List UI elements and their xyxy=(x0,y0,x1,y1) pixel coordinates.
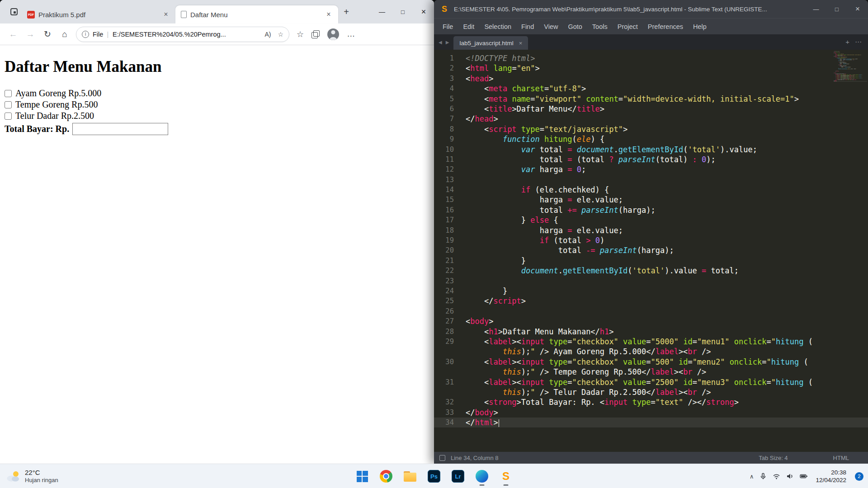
code-line-34[interactable]: 34</html> xyxy=(434,418,868,427)
tab-scroll-right-icon[interactable]: ▶ xyxy=(446,40,449,45)
code-line-30[interactable]: 30 <label><input type="checkbox" value="… xyxy=(434,357,868,367)
info-icon[interactable]: i xyxy=(82,31,89,38)
code-line-7[interactable]: 7</head> xyxy=(434,114,868,124)
lightroom-taskbar-button[interactable]: Lr xyxy=(448,466,468,486)
menu2-checkbox[interactable] xyxy=(5,101,12,108)
browser-tab-praktikum-pdf[interactable]: PDF Praktikum 5.pdf × xyxy=(22,5,175,23)
code-line-11[interactable]: 11 total = (total ? parseInt(total) : 0)… xyxy=(434,155,868,164)
home-icon[interactable]: ⌂ xyxy=(56,26,73,42)
new-file-icon[interactable]: + xyxy=(845,38,849,46)
volume-icon[interactable] xyxy=(786,473,794,480)
minimize-button[interactable]: — xyxy=(372,0,392,23)
maximize-button[interactable]: □ xyxy=(392,0,413,23)
back-icon[interactable]: ← xyxy=(5,26,22,42)
code-line-29[interactable]: 29 <label><input type="checkbox" value="… xyxy=(434,337,868,347)
menu-file[interactable]: File xyxy=(438,23,458,30)
code-line-15[interactable]: 15 harga = ele.value; xyxy=(434,195,868,205)
editor-tab-lab5[interactable]: lab5_javascript.html × xyxy=(453,36,528,50)
code-line-23[interactable]: 23 xyxy=(434,276,868,286)
tab-size-label[interactable]: Tab Size: 4 xyxy=(759,455,788,461)
new-tab-button[interactable]: + xyxy=(338,4,354,19)
close-tab-icon[interactable]: × xyxy=(324,9,334,19)
menu1-checkbox[interactable] xyxy=(5,90,12,97)
code-line-14[interactable]: 14 if (ele.chechked) { xyxy=(434,185,868,195)
tab-actions-button[interactable] xyxy=(6,4,22,19)
code-line-31[interactable]: this);" /> Telur Dadar Rp.2.500</label><… xyxy=(434,387,868,397)
code-editor[interactable]: 1<!DOCTYPE html>2<html lang="en">3<head>… xyxy=(434,50,868,452)
code-line-3[interactable]: 3<head> xyxy=(434,74,868,84)
battery-icon[interactable] xyxy=(800,473,808,480)
menu-selection[interactable]: Selection xyxy=(479,23,516,30)
close-window-button[interactable]: × xyxy=(847,0,868,18)
code-line-22[interactable]: 22 document.getElementById('total').valu… xyxy=(434,266,868,276)
address-bar[interactable]: i File | E:/SEMESTER%204/05.%20Pemrog...… xyxy=(76,27,289,42)
refresh-icon[interactable]: ↻ xyxy=(39,26,56,42)
menu-goto[interactable]: Goto xyxy=(563,23,587,30)
address-url[interactable]: E:/SEMESTER%204/05.%20Pemrog... xyxy=(113,31,261,38)
code-line-16[interactable]: 16 total += parseInt(harga); xyxy=(434,205,868,215)
file-explorer-taskbar-button[interactable] xyxy=(400,466,420,486)
code-line-24[interactable]: 24 } xyxy=(434,286,868,296)
microphone-icon[interactable] xyxy=(760,473,767,480)
sublime-taskbar-button[interactable]: S xyxy=(496,466,516,486)
menu3-checkbox[interactable] xyxy=(5,113,12,120)
menu-view[interactable]: View xyxy=(539,23,563,30)
code-line-1[interactable]: 1<!DOCTYPE html> xyxy=(434,53,868,63)
menu-find[interactable]: Find xyxy=(516,23,539,30)
close-tab-icon[interactable]: × xyxy=(519,40,523,47)
code-line-19[interactable]: 19 if (total > 0) xyxy=(434,235,868,245)
code-line-5[interactable]: 5 <meta name="viewport" content="width=d… xyxy=(434,94,868,104)
code-line-21[interactable]: 21 } xyxy=(434,256,868,266)
minimize-button[interactable]: — xyxy=(806,0,826,18)
favorites-icon[interactable]: ☆ xyxy=(297,29,304,39)
menu-help[interactable]: Help xyxy=(688,23,712,30)
photoshop-taskbar-button[interactable]: Ps xyxy=(424,466,444,486)
code-line-31[interactable]: 31 <label><input type="checkbox" value="… xyxy=(434,377,868,387)
collections-icon[interactable] xyxy=(311,30,320,38)
menu-project[interactable]: Project xyxy=(613,23,643,30)
code-line-9[interactable]: 9 function hitung(ele) { xyxy=(434,134,868,144)
close-window-button[interactable]: × xyxy=(413,0,434,23)
tab-overflow-icon[interactable]: ⋯ xyxy=(855,38,862,46)
code-line-30[interactable]: this);" /> Tempe Goreng Rp.500</label><b… xyxy=(434,367,868,377)
close-tab-icon[interactable]: × xyxy=(161,9,171,19)
notification-count-badge[interactable]: 2 xyxy=(855,472,863,481)
hidden-icons-chevron[interactable]: ∧ xyxy=(750,473,754,480)
code-line-25[interactable]: 25 </script> xyxy=(434,296,868,306)
sublime-title-bar[interactable]: S E:\SEMESTER 4\05. Pemrograman Web\Prak… xyxy=(434,0,868,18)
clock-widget[interactable]: 20:38 12/04/2022 xyxy=(816,469,846,484)
code-line-27[interactable]: 27<body> xyxy=(434,316,868,326)
start-button[interactable] xyxy=(352,466,372,486)
menu-edit[interactable]: Edit xyxy=(458,23,479,30)
code-line-18[interactable]: 18 harga = ele.value; xyxy=(434,225,868,235)
weather-widget[interactable]: 22°C Hujan ringan xyxy=(5,464,58,488)
browser-tab-daftar-menu[interactable]: Daftar Menu × xyxy=(175,5,338,23)
vintage-mode-icon[interactable] xyxy=(439,455,445,461)
code-line-17[interactable]: 17 } else { xyxy=(434,215,868,225)
code-line-4[interactable]: 4 <meta charset="utf-8"> xyxy=(434,84,868,94)
edge-taskbar-button[interactable] xyxy=(472,466,492,486)
code-line-12[interactable]: 12 var harga = 0; xyxy=(434,164,868,174)
code-line-2[interactable]: 2<html lang="en"> xyxy=(434,63,868,73)
code-line-26[interactable]: 26 xyxy=(434,306,868,316)
maximize-button[interactable]: □ xyxy=(826,0,847,18)
code-line-6[interactable]: 6 <title>Daftar Menu</title> xyxy=(434,104,868,114)
forward-icon[interactable]: → xyxy=(22,26,39,42)
code-line-33[interactable]: 33</body> xyxy=(434,408,868,418)
syntax-label[interactable]: HTML xyxy=(833,455,849,461)
tab-scroll-left-icon[interactable]: ◀ xyxy=(439,40,442,45)
wifi-icon[interactable] xyxy=(773,473,780,480)
code-line-13[interactable]: 13 xyxy=(434,175,868,185)
menu-tools[interactable]: Tools xyxy=(587,23,613,30)
code-line-32[interactable]: 32 <strong>Total Bayar: Rp. <input type=… xyxy=(434,397,868,407)
menu-preferences[interactable]: Preferences xyxy=(643,23,688,30)
code-line-10[interactable]: 10 var total = document.getElementById('… xyxy=(434,145,868,155)
settings-more-icon[interactable]: … xyxy=(347,29,355,39)
add-favorite-icon[interactable]: ☆ xyxy=(278,31,283,38)
profile-avatar[interactable] xyxy=(327,28,339,40)
code-line-28[interactable]: 28 <h1>Daftar Menu Makanan</h1> xyxy=(434,327,868,337)
code-line-29[interactable]: this);" /> Ayam Goreng Rp.5.000</label><… xyxy=(434,347,868,357)
chrome-taskbar-button[interactable] xyxy=(376,466,396,486)
read-aloud-icon[interactable]: A) xyxy=(264,31,271,38)
code-line-20[interactable]: 20 total -= parseInt(harga); xyxy=(434,245,868,255)
